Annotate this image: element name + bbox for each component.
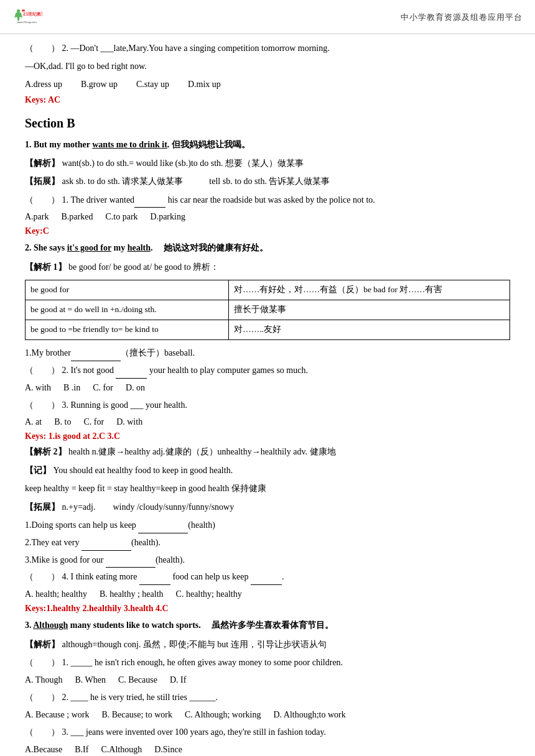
q2-s4-opt-a: A. health; healthy xyxy=(25,586,87,602)
q3-sub1: （ ） 1. _____ he isn't rich enough, he of… xyxy=(25,655,510,671)
q2-sub3-text: Running is good ___ your health. xyxy=(71,400,187,410)
q2-sub3: （ ） 3. Running is good ___ your health. xyxy=(25,397,510,413)
q3-sub3-paren: （ ） xyxy=(25,727,60,737)
q3-s3-opt-a: A.Because xyxy=(25,742,62,757)
q3-s2-opt-a: A. Because ; work xyxy=(25,707,89,723)
header: 21世纪教育 www.21cnjy.com 中小学教育资源及组卷应用平台 xyxy=(0,0,535,34)
logo-icon: 21世纪教育 www.21cnjy.com xyxy=(12,5,42,30)
q2-sub4-blank2 xyxy=(251,575,282,585)
q2-fill1: 1.My brother（擅长于）baseball. xyxy=(25,345,510,361)
q3-s2-opt-c: C. Although; working xyxy=(185,707,261,723)
q2-sub4: （ ） 4. I think eating more food can help… xyxy=(25,569,510,585)
table-row: be good for 对……有好处，对……有益（反）be bad for 对…… xyxy=(26,280,510,300)
table-cell-3-2: 对……..友好 xyxy=(229,320,510,339)
q3-analysis-label: 【解析】 xyxy=(25,640,60,649)
q2-sub2-blank xyxy=(116,369,147,379)
q2-analysis2: 【解析 2】 health n.健康→healthy adj.健康的（反）unh… xyxy=(25,444,510,459)
q3-heading-underline: Although xyxy=(33,620,68,630)
q1-analysis-label: 【解析】 xyxy=(25,159,60,168)
q2-expand2-label: 【拓展】 xyxy=(25,502,60,512)
q2-sub2-text: It's not good your health to play comput… xyxy=(71,366,308,375)
top-question-block: （ ） 2. —Don't ___late,Mary.You have a si… xyxy=(25,40,510,105)
q2-sub2: （ ） 2. It's not good your health to play… xyxy=(25,362,510,379)
q2-keys2: Keys: 1.is good at 2.C 3.C xyxy=(25,431,510,441)
q3-sub3-num: 3. xyxy=(62,727,71,737)
q2-expand2-text: n.+y=adj. windy /cloudy/sunny/funny/snow… xyxy=(62,502,235,512)
main-content: （ ） 2. —Don't ___late,Mary.You have a si… xyxy=(0,34,535,756)
q2-heading-my: my xyxy=(111,243,128,252)
q2-fill-q3: 3.Mike is good for our (health). xyxy=(25,552,510,568)
q3-sub1-text: _____ he isn't rich enough, he often giv… xyxy=(71,658,343,667)
q3-sub1-num: 1. xyxy=(62,658,69,667)
q2-sub2-options: A. with B .in C. for D. on xyxy=(25,380,510,396)
q3-sub2-text: ____ he is very tried, he still tries __… xyxy=(71,693,218,702)
q2-analysis1: 【解析 1】 be good for/ be good at/ be good … xyxy=(25,259,510,275)
q1-opt-c: C.to park xyxy=(105,209,137,225)
q3-s2-opt-d: D. Although;to work xyxy=(273,707,345,723)
svg-text:www.21cnjy.com: www.21cnjy.com xyxy=(17,21,37,24)
q1-heading-underline: wants me to drink it xyxy=(92,140,167,149)
q2-paren: （ ） xyxy=(25,44,60,53)
q3-analysis: 【解析】 although=though conj. 虽然，即使;不能与 but… xyxy=(25,637,510,652)
table-cell-3-1: be good to =be friendly to= be kind to xyxy=(26,320,229,339)
q1-sub1-text: The driver wanted his car near the roads… xyxy=(71,195,375,205)
q1-expand-text: ask sb. to do sth. 请求某人做某事 tell sb. to d… xyxy=(62,177,330,186)
q2-keep: keep healthy = keep fit = stay healthy=k… xyxy=(25,481,510,497)
q2-expand2: 【拓展】 n.+y=adj. windy /cloudy/sunny/funny… xyxy=(25,499,510,515)
q1-opt-a: A.park xyxy=(25,209,49,225)
q2-memory-label: 【记】 xyxy=(25,466,51,475)
svg-point-0 xyxy=(17,9,20,12)
q3-sub2-paren: （ ） xyxy=(25,693,60,702)
q1-opt-d: D.parking xyxy=(151,209,185,225)
q2-sub3-options: A. at B. to C. for D. with xyxy=(25,414,510,430)
section-b-heading: Section B xyxy=(25,116,510,131)
q2-s4-opt-c: C. healthy; healthy xyxy=(176,586,242,602)
q1-analysis-text: want(sb.) to do sth.= would like (sb.)to… xyxy=(62,159,304,168)
q2-heading-cn: 她说这对我的健康有好处。 xyxy=(164,243,268,252)
q2-analysis1-label: 【解析 1】 xyxy=(25,262,67,272)
q2-heading-period: . xyxy=(151,243,162,252)
q3-sub1-paren: （ ） xyxy=(25,658,60,667)
q2-s3-opt-c: C. for xyxy=(83,414,104,430)
q3-s2-opt-b: B. Because; to work xyxy=(101,707,172,723)
q2-sub2-num: 2. xyxy=(62,366,71,375)
table-cell-1-2: 对……有好处，对……有益（反）be bad for 对……有害 xyxy=(229,280,510,300)
q1-block: 1. But my mother wants me to drink it. 但… xyxy=(25,137,510,237)
q2-sub4-blank1 xyxy=(139,575,170,585)
q2-s3-opt-a: A. at xyxy=(25,414,42,430)
q1-sub1-blank xyxy=(134,198,165,208)
q3-heading-cn: 虽然许多学生喜欢看体育节目。 xyxy=(203,620,333,630)
section-b: Section B 1. But my mother wants me to d… xyxy=(25,116,510,756)
q3-s1-opt-b: B. When xyxy=(75,672,106,688)
q3-sub3-text: ___ jeans were invented over 100 years a… xyxy=(71,727,327,737)
q3-heading: 3. Although many students like to watch … xyxy=(25,617,510,634)
q3-num: 3. xyxy=(25,620,33,630)
q3-sub1-options: A. Though B. When C. Because D. If xyxy=(25,672,510,688)
q1-expand-label: 【拓展】 xyxy=(25,177,60,186)
q2-s2-opt-b: B .in xyxy=(63,380,80,396)
q3-sub3-options: A.Because B.If C.Although D.Since xyxy=(25,742,510,757)
q2-fill1-blank xyxy=(71,351,121,361)
svg-text:21世纪教育: 21世纪教育 xyxy=(23,11,42,17)
q3-s1-opt-c: C. Because xyxy=(118,672,157,688)
opt-a: A.dress up xyxy=(25,76,62,92)
q3-sub2: （ ） 2. ____ he is very tried, he still t… xyxy=(25,689,510,706)
q2-reply: —OK,dad. I'll go to bed right now. xyxy=(25,58,510,74)
q1-sub1-options: A.park B.parked C.to park D.parking xyxy=(25,209,510,225)
q2-fq3-blank xyxy=(106,558,156,568)
q1-analysis: 【解析】 want(sb.) to do sth.= would like (s… xyxy=(25,155,510,171)
q2-num-label: 2. xyxy=(25,243,32,252)
table-cell-1-1: be good for xyxy=(26,280,229,300)
q1-heading-period: . xyxy=(167,140,170,149)
header-right-text: 中小学教育资源及组卷应用平台 xyxy=(401,12,523,23)
q2-memory-text: You should eat healthy food to keep in g… xyxy=(54,466,233,475)
q3-sub2-num: 2. xyxy=(62,693,69,702)
q3-analysis-text: although=though conj. 虽然，即使;不能与 but 连用，引… xyxy=(62,640,327,649)
q2-sub3-paren: （ ） xyxy=(25,400,60,410)
q2-fq2-blank xyxy=(81,541,131,551)
q2-sub4-num: 4. xyxy=(62,572,71,581)
q2-sub4-options: A. health; healthy B. healthy ; health C… xyxy=(25,586,510,602)
q2-s2-opt-d: D. on xyxy=(126,380,145,396)
q2-keys3: Keys:1.healthy 2.healthily 3.health 4.C xyxy=(25,604,510,614)
q2-sub4-text: I think eating more food can help us kee… xyxy=(71,572,284,581)
